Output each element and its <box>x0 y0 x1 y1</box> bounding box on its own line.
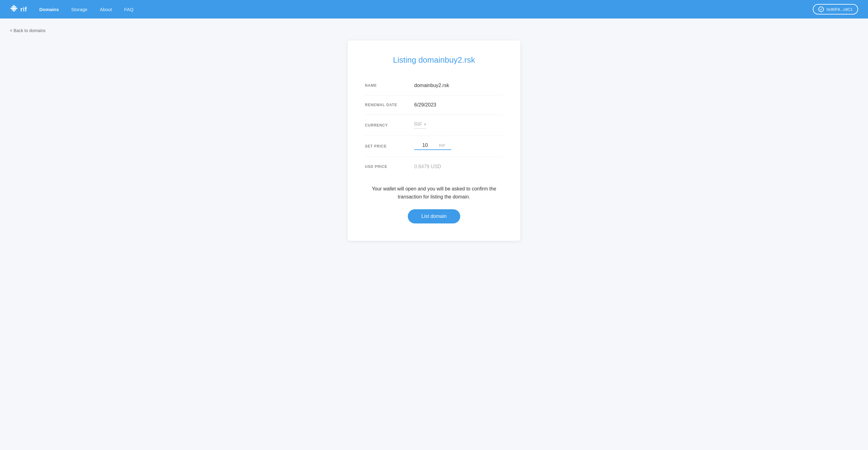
renewal-date-label: RENEWAL DATE <box>365 103 414 107</box>
divider-1 <box>365 95 503 95</box>
nav-storage[interactable]: Storage <box>71 7 88 12</box>
listing-card: Listing domainbuy2.rsk NAME domainbuy2.r… <box>348 40 520 241</box>
rif-logo-icon <box>10 4 18 14</box>
usd-price-label: USD PRICE <box>365 164 414 169</box>
set-price-row: SET PRICE RIF <box>365 137 503 155</box>
svg-rect-3 <box>15 6 16 7</box>
wallet-address: 0x90F8...c9C1 <box>826 7 852 12</box>
wallet-button[interactable]: 0x90F8...c9C1 <box>813 4 858 14</box>
wallet-check-icon <box>818 6 824 12</box>
name-label: NAME <box>365 83 414 88</box>
wallet-message: Your wallet will open and you will be as… <box>365 185 503 201</box>
name-value: domainbuy2.rsk <box>414 83 449 88</box>
svg-rect-1 <box>10 8 17 9</box>
divider-3 <box>365 136 503 136</box>
set-price-label: SET PRICE <box>365 144 414 148</box>
price-input-container: RIF <box>414 143 451 150</box>
logo[interactable]: rif <box>10 4 27 14</box>
divider-2 <box>365 115 503 115</box>
name-row: NAME domainbuy2.rsk <box>365 77 503 94</box>
price-unit: RIF <box>439 143 445 148</box>
chevron-down-icon: ▾ <box>424 122 426 126</box>
logo-text: rif <box>20 6 27 13</box>
nav-links: Domains Storage About FAQ <box>39 7 813 12</box>
back-to-domains-link[interactable]: < Back to domains <box>10 28 45 33</box>
main-content: < Back to domains Listing domainbuy2.rsk… <box>0 19 868 450</box>
currency-value: RIF <box>414 122 422 127</box>
nav-domains[interactable]: Domains <box>39 7 59 12</box>
svg-rect-5 <box>15 9 16 10</box>
navbar: rif Domains Storage About FAQ 0x90F8...c… <box>0 0 868 19</box>
currency-dropdown[interactable]: RIF ▾ <box>414 122 426 129</box>
svg-rect-2 <box>12 6 13 7</box>
list-domain-button[interactable]: List domain <box>408 209 460 223</box>
renewal-date-row: RENEWAL DATE 6/29/2023 <box>365 97 503 113</box>
nav-faq[interactable]: FAQ <box>124 7 133 12</box>
price-input[interactable] <box>414 143 436 148</box>
currency-row: CURRENCY RIF ▾ <box>365 116 503 134</box>
nav-about[interactable]: About <box>100 7 112 12</box>
usd-price-row: USD PRICE 0.8479 USD <box>365 158 503 175</box>
svg-rect-4 <box>12 9 13 10</box>
renewal-date-value: 6/29/2023 <box>414 102 436 108</box>
currency-label: CURRENCY <box>365 123 414 127</box>
usd-price-value: 0.8479 USD <box>414 164 441 170</box>
divider-4 <box>365 157 503 157</box>
card-title: Listing domainbuy2.rsk <box>365 55 503 65</box>
